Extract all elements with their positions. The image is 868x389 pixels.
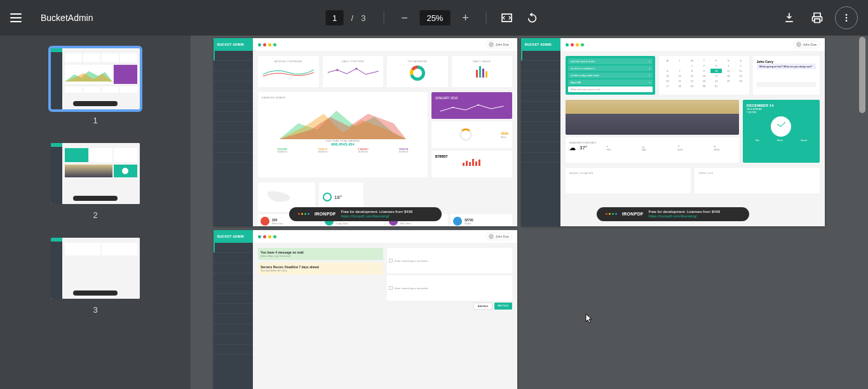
card-title: TOP ADSENSE xyxy=(391,60,444,63)
pdf-page-1: BUCKET ADMIN John Doe MONTHLY EXPENSE DA… xyxy=(214,38,517,226)
weather-temp: 18° xyxy=(334,194,342,200)
card-title: MONTHLY EXPENSE xyxy=(262,60,315,63)
card-title: DAILY SALES xyxy=(456,60,509,63)
watermark-line2: https://ironpdf.com/licensing/ xyxy=(341,214,413,219)
page-total: 3 xyxy=(361,13,365,23)
rotate-button[interactable] xyxy=(522,8,542,28)
svg-point-6 xyxy=(477,104,478,106)
thumbnail-1-number: 1 xyxy=(93,116,97,125)
download-button[interactable] xyxy=(779,8,799,28)
pdf-page-2: BUCKET ADMIN John Doe click the task to … xyxy=(521,38,825,226)
thumbnail-3[interactable] xyxy=(51,238,140,299)
pdf-toolbar: BucketAdmin / 3 − 25% + xyxy=(0,0,868,36)
dashboard-sidebar: BUCKET ADMIN xyxy=(214,38,253,226)
svg-point-0 xyxy=(846,14,848,16)
clock-icon xyxy=(771,116,791,137)
thumbnail-sidebar[interactable]: 1 2 3 xyxy=(0,36,191,389)
scrollbar-thumb[interactable] xyxy=(859,37,865,113)
pdf-viewer[interactable]: BUCKET ADMIN John Doe MONTHLY EXPENSE DA… xyxy=(191,36,868,389)
thumbnail-3-number: 3 xyxy=(93,305,97,315)
zoom-out-button[interactable]: − xyxy=(394,8,414,28)
divider xyxy=(383,11,384,24)
svg-point-1 xyxy=(846,17,848,19)
brand-logo: BUCKET ADMIN xyxy=(217,43,244,46)
goal-percent: 45% xyxy=(501,132,508,135)
earning-title: EARNING GRAPH xyxy=(262,96,424,99)
document-title: BucketAdmin xyxy=(41,13,93,23)
weather-image xyxy=(566,100,739,135)
thumbnail-1[interactable] xyxy=(51,48,140,109)
svg-point-5 xyxy=(452,107,453,108)
svg-point-2 xyxy=(846,20,848,22)
zoom-in-button[interactable]: + xyxy=(455,8,475,28)
divider xyxy=(485,11,486,24)
fit-page-button[interactable] xyxy=(496,8,517,28)
menu-icon[interactable] xyxy=(10,10,25,25)
pdf-page-3: BUCKET ADMIN John Doe You have 4 message… xyxy=(214,230,517,389)
zoom-level[interactable]: 25% xyxy=(419,10,450,25)
print-button[interactable] xyxy=(807,8,827,28)
watermark-brand: IRONPDF xyxy=(315,212,336,216)
page-number-input[interactable] xyxy=(326,10,344,25)
scrollbar[interactable] xyxy=(858,37,867,386)
watermark: IRONPDF Free for development. Licenses f… xyxy=(597,207,749,221)
watermark: IRONPDF Free for development. Licenses f… xyxy=(289,207,442,221)
thumbnail-2-number: 2 xyxy=(93,210,97,220)
svg-point-4 xyxy=(355,68,357,70)
card-title: DAILY VISITORS xyxy=(327,60,380,63)
thumbnail-2[interactable] xyxy=(51,143,140,204)
svg-point-3 xyxy=(336,69,338,71)
earning-value: 968,4545,454 xyxy=(262,142,424,146)
more-options-button[interactable] xyxy=(835,6,858,29)
user-name: John Doe xyxy=(496,43,509,46)
watermark-line1: Free for development. Licenses from $499 xyxy=(341,210,413,214)
page-separator: / xyxy=(351,13,354,23)
